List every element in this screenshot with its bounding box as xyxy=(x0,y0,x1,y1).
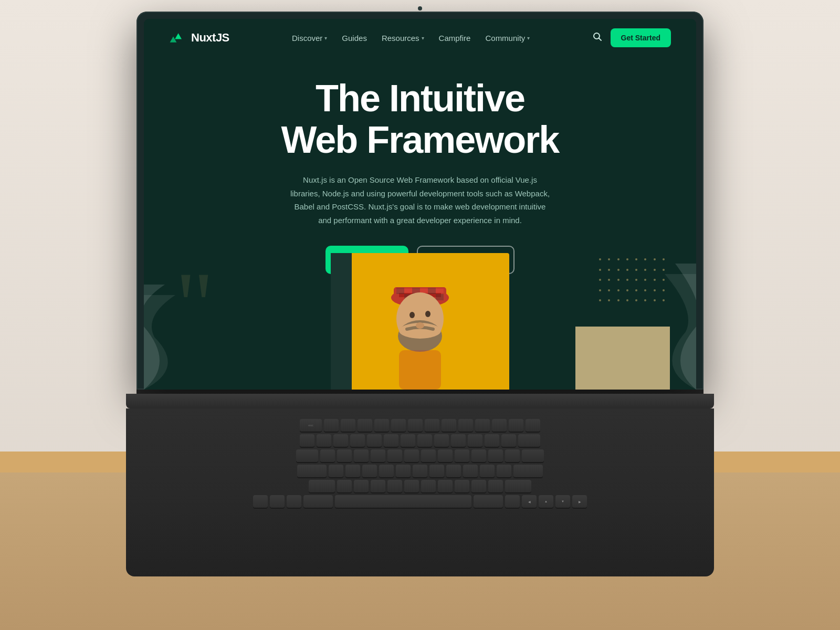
keyboard-row-4 xyxy=(147,465,693,477)
key-8 xyxy=(434,434,449,447)
key-f1 xyxy=(324,419,339,432)
key-r xyxy=(371,449,385,462)
key-v xyxy=(387,480,402,492)
laptop-base xyxy=(126,394,714,408)
chevron-down-icon-resources: ▾ xyxy=(422,35,424,41)
navbar: NuxtJS Discover ▾ Guides Resources ▾ xyxy=(144,19,696,57)
dark-stripe xyxy=(331,253,352,390)
key-cmd-r xyxy=(474,495,503,508)
key-shift-r xyxy=(505,480,531,492)
key-a xyxy=(329,465,343,477)
keyboard-row-2 xyxy=(147,434,693,447)
key-9 xyxy=(451,434,466,447)
key-6 xyxy=(401,434,415,447)
svg-point-18 xyxy=(416,322,424,329)
wave-left-decoration xyxy=(144,285,259,390)
key-7 xyxy=(417,434,432,447)
key-c xyxy=(371,480,385,492)
get-started-nav-button[interactable]: Get Started xyxy=(611,28,671,47)
key-w xyxy=(337,449,352,462)
key-fn xyxy=(253,495,268,508)
key-y xyxy=(404,449,419,462)
logo-area[interactable]: NuxtJS xyxy=(169,30,229,45)
nav-resources[interactable]: Resources ▾ xyxy=(382,34,424,43)
key-delete xyxy=(518,434,540,447)
key-minus xyxy=(485,434,499,447)
camera-dot xyxy=(418,6,422,10)
svg-rect-12 xyxy=(436,294,444,300)
key-f6 xyxy=(408,419,423,432)
key-2 xyxy=(333,434,348,447)
key-m xyxy=(438,480,453,492)
key-f9 xyxy=(458,419,473,432)
key-spacebar[interactable] xyxy=(335,495,471,508)
key-tab: esc xyxy=(300,419,322,432)
key-slash xyxy=(488,480,503,492)
key-arrow-d: ▼ xyxy=(555,495,570,508)
laptop: NuxtJS Discover ▾ Guides Resources ▾ xyxy=(126,12,714,576)
chevron-down-icon: ▾ xyxy=(324,35,327,41)
key-j xyxy=(429,465,444,477)
key-return xyxy=(522,449,544,462)
key-backtick xyxy=(300,434,314,447)
nav-community[interactable]: Community ▾ xyxy=(485,34,530,43)
key-u xyxy=(421,449,436,462)
nuxt-logo-icon xyxy=(169,30,186,45)
key-option xyxy=(287,495,301,508)
nav-campfire[interactable]: Campfire xyxy=(439,34,471,43)
key-f xyxy=(379,465,394,477)
nav-guides[interactable]: Guides xyxy=(342,34,367,43)
keyboard-row-3 xyxy=(147,449,693,462)
svg-point-14 xyxy=(410,312,415,318)
laptop-hinge xyxy=(136,390,704,394)
key-1 xyxy=(317,434,331,447)
screen-bezel: NuxtJS Discover ▾ Guides Resources ▾ xyxy=(144,19,696,390)
key-power xyxy=(526,419,540,432)
key-period xyxy=(471,480,486,492)
key-tab-key xyxy=(296,449,318,462)
keyboard-row-1: esc xyxy=(147,419,693,432)
key-f3 xyxy=(358,419,372,432)
key-g xyxy=(396,465,411,477)
nav-discover[interactable]: Discover ▾ xyxy=(292,34,327,43)
svg-line-1 xyxy=(598,38,601,40)
chevron-down-icon-community: ▾ xyxy=(527,35,530,41)
key-bracket-l xyxy=(488,449,503,462)
keyboard-area: esc xyxy=(126,408,714,576)
hero-subtitle: Nuxt.js is an Open Source Web Framework … xyxy=(289,173,551,227)
key-arrow-r: ▶ xyxy=(572,495,587,508)
key-4 xyxy=(367,434,382,447)
key-semicolon xyxy=(480,465,495,477)
svg-rect-9 xyxy=(428,288,436,294)
key-f4 xyxy=(374,419,389,432)
key-bracket-r xyxy=(505,449,520,462)
key-f10 xyxy=(475,419,490,432)
key-0 xyxy=(468,434,482,447)
key-n xyxy=(421,480,436,492)
person-illustration xyxy=(362,248,478,390)
svg-rect-7 xyxy=(396,288,404,294)
key-s xyxy=(345,465,360,477)
key-l xyxy=(463,465,478,477)
key-option-r xyxy=(505,495,520,508)
key-k xyxy=(446,465,461,477)
key-ctrl xyxy=(270,495,285,508)
laptop-screen-outer: NuxtJS Discover ▾ Guides Resources ▾ xyxy=(136,12,704,390)
dots-pattern-decoration xyxy=(599,258,667,306)
key-equals xyxy=(501,434,516,447)
hero-section: The Intuitive Web Framework Nuxt.js is a… xyxy=(144,57,696,390)
hero-image xyxy=(315,243,525,390)
search-icon[interactable] xyxy=(593,32,602,44)
key-cmd-l xyxy=(303,495,333,508)
key-comma xyxy=(455,480,469,492)
website: NuxtJS Discover ▾ Guides Resources ▾ xyxy=(144,19,696,390)
key-t xyxy=(387,449,402,462)
key-5 xyxy=(384,434,398,447)
key-f7 xyxy=(425,419,439,432)
key-e xyxy=(354,449,369,462)
key-3 xyxy=(350,434,365,447)
hero-title: The Intuitive Web Framework xyxy=(281,78,559,161)
nav-links: Discover ▾ Guides Resources ▾ Campfire xyxy=(292,34,530,43)
keyboard-row-6: ◀ ▲ ▼ ▶ xyxy=(147,495,693,508)
nav-actions: Get Started xyxy=(593,28,671,47)
